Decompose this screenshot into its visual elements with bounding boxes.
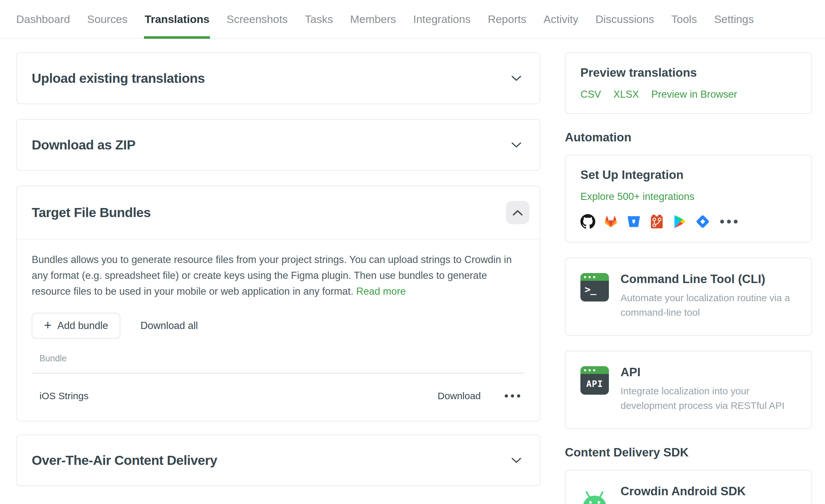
bundle-more-menu-button[interactable] (504, 392, 522, 400)
terminal-icon: >_ (580, 273, 609, 301)
upload-translations-panel[interactable]: Upload existing translations (16, 52, 540, 104)
tab-tools[interactable]: Tools (671, 0, 697, 38)
preview-in-browser-link[interactable]: Preview in Browser (651, 89, 737, 100)
bundle-download-link[interactable]: Download (438, 390, 481, 402)
explore-integrations-link[interactable]: Explore 500+ integrations (580, 191, 694, 203)
api-card[interactable]: API API Integrate localization into your… (565, 351, 812, 429)
cli-title: Command Line Tool (CLI) (620, 272, 797, 286)
preview-links: CSV XLSX Preview in Browser (580, 89, 797, 100)
android-sdk-description: Push translations to Android apps, insta… (620, 503, 797, 504)
chevron-down-icon[interactable] (511, 75, 522, 81)
tab-members[interactable]: Members (350, 0, 396, 38)
set-up-integration-card: Set Up Integration Explore 500+ integrat… (565, 155, 812, 242)
tab-discussions[interactable]: Discussions (595, 0, 654, 38)
tab-reports[interactable]: Reports (488, 0, 526, 38)
upload-translations-title: Upload existing translations (32, 71, 205, 86)
ota-content-delivery-title: Over-The-Air Content Delivery (32, 453, 217, 468)
automation-heading: Automation (565, 131, 812, 144)
download-all-link[interactable]: Download all (140, 320, 198, 332)
chevron-down-icon[interactable] (511, 457, 522, 463)
git-icon[interactable] (649, 214, 664, 229)
download-zip-panel[interactable]: Download as ZIP (16, 119, 540, 171)
chevron-up-icon (513, 210, 523, 216)
bundle-column-header: Bundle (32, 354, 525, 373)
ota-content-delivery-panel[interactable]: Over-The-Air Content Delivery (16, 434, 540, 486)
tab-dashboard[interactable]: Dashboard (16, 0, 70, 38)
jira-icon[interactable] (695, 214, 710, 229)
tab-tasks[interactable]: Tasks (305, 0, 333, 38)
target-file-bundles-panel: Target File Bundles Bundles allows you t… (16, 186, 540, 422)
add-bundle-button[interactable]: + Add bundle (32, 313, 120, 339)
project-tabs-nav: Dashboard Sources Translations Screensho… (0, 0, 825, 39)
tab-activity[interactable]: Activity (543, 0, 579, 38)
api-title: API (620, 366, 797, 379)
table-row: iOS Strings Download (32, 374, 525, 402)
github-icon[interactable] (580, 214, 595, 229)
read-more-link[interactable]: Read more (356, 286, 406, 297)
tab-sources[interactable]: Sources (87, 0, 128, 38)
preview-xlsx-link[interactable]: XLSX (613, 89, 639, 100)
tab-screenshots[interactable]: Screenshots (226, 0, 288, 38)
api-icon: API (580, 366, 609, 394)
cli-card[interactable]: >_ Command Line Tool (CLI) Automate your… (565, 258, 812, 336)
chevron-down-icon[interactable] (511, 142, 522, 148)
bitbucket-icon[interactable] (626, 214, 641, 229)
target-file-bundles-body: Bundles allows you to generate resource … (17, 239, 540, 421)
tab-integrations[interactable]: Integrations (413, 0, 471, 38)
android-sdk-title: Crowdin Android SDK (620, 485, 797, 498)
active-tab-underline (144, 36, 210, 39)
tab-settings[interactable]: Settings (714, 0, 754, 38)
cli-description: Automate your localization routine via a… (620, 290, 797, 319)
collapse-panel-button[interactable] (506, 201, 529, 224)
preview-translations-title: Preview translations (580, 66, 797, 80)
android-sdk-card[interactable]: Crowdin Android SDK Push translations to… (565, 470, 812, 504)
bundles-table: Bundle iOS Strings Download (32, 354, 525, 402)
gitlab-icon[interactable] (603, 214, 618, 229)
content-delivery-sdk-heading: Content Delivery SDK (565, 446, 812, 459)
main-column: Upload existing translations Download as… (16, 52, 540, 504)
sidebar: Preview translations CSV XLSX Preview in… (565, 52, 812, 504)
plus-icon: + (44, 318, 52, 332)
tab-translations[interactable]: Translations (145, 0, 209, 38)
preview-translations-card: Preview translations CSV XLSX Preview in… (565, 52, 812, 114)
preview-csv-link[interactable]: CSV (580, 89, 601, 100)
target-file-bundles-title: Target File Bundles (32, 205, 151, 220)
more-integrations-icon[interactable] (720, 220, 738, 223)
bundles-actions: + Add bundle Download all (32, 313, 525, 339)
android-icon (580, 484, 609, 504)
download-zip-title: Download as ZIP (32, 138, 136, 153)
api-description: Integrate localization into your develop… (620, 384, 797, 413)
bundles-description: Bundles allows you to generate resource … (32, 252, 525, 299)
google-play-icon[interactable] (672, 214, 687, 229)
target-file-bundles-header[interactable]: Target File Bundles (17, 186, 540, 239)
integration-icons-row (580, 214, 797, 229)
set-up-integration-title: Set Up Integration (580, 168, 797, 182)
bundle-name[interactable]: iOS Strings (40, 390, 89, 402)
ellipsis-icon (505, 394, 508, 398)
